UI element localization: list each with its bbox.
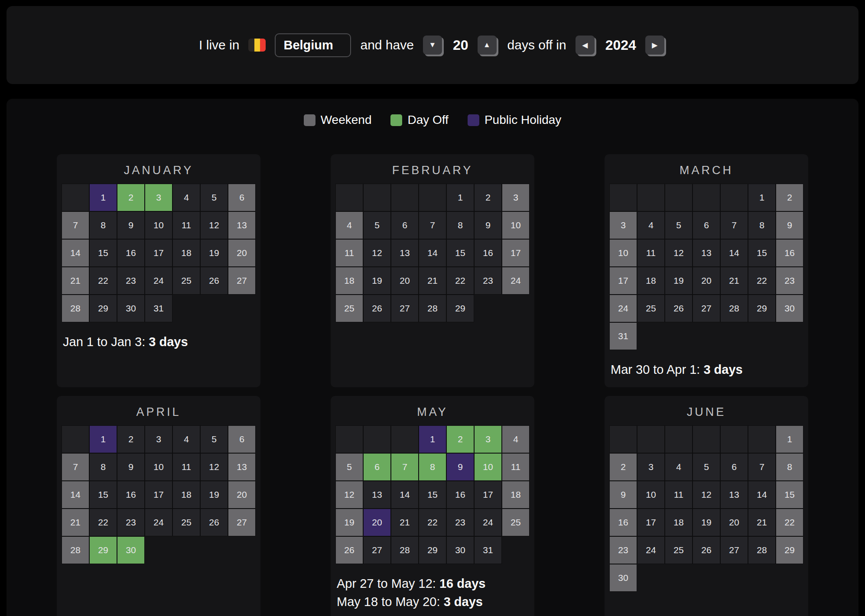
day-cell-january-12[interactable]: 12 (200, 211, 228, 239)
day-cell-january-28[interactable]: 28 (62, 295, 89, 322)
day-cell-june-14[interactable]: 14 (748, 481, 776, 509)
day-cell-april-5[interactable]: 5 (200, 425, 228, 453)
day-cell-february-15[interactable]: 15 (446, 239, 474, 267)
day-cell-january-24[interactable]: 24 (145, 267, 172, 295)
day-cell-june-2[interactable]: 2 (609, 453, 637, 481)
day-cell-january-15[interactable]: 15 (89, 239, 117, 267)
day-cell-may-25[interactable]: 25 (502, 509, 530, 536)
day-cell-january-7[interactable]: 7 (62, 211, 89, 239)
prev-year-button[interactable]: ◀ (576, 36, 595, 55)
day-cell-january-4[interactable]: 4 (172, 184, 200, 211)
day-cell-january-9[interactable]: 9 (117, 211, 145, 239)
day-cell-march-25[interactable]: 25 (637, 295, 665, 322)
day-cell-june-9[interactable]: 9 (609, 481, 637, 509)
day-cell-april-26[interactable]: 26 (200, 509, 228, 536)
day-cell-june-17[interactable]: 17 (637, 509, 665, 536)
day-cell-march-26[interactable]: 26 (665, 295, 693, 322)
day-cell-march-6[interactable]: 6 (693, 211, 720, 239)
day-cell-january-3[interactable]: 3 (145, 184, 172, 211)
day-cell-may-1[interactable]: 1 (419, 425, 446, 453)
day-cell-january-2[interactable]: 2 (117, 184, 145, 211)
day-cell-june-10[interactable]: 10 (637, 481, 665, 509)
day-cell-february-17[interactable]: 17 (502, 239, 530, 267)
day-cell-may-30[interactable]: 30 (446, 536, 474, 564)
day-cell-april-4[interactable]: 4 (172, 425, 200, 453)
day-cell-february-1[interactable]: 1 (446, 184, 474, 211)
day-cell-june-13[interactable]: 13 (720, 481, 748, 509)
day-cell-january-11[interactable]: 11 (172, 211, 200, 239)
day-cell-february-19[interactable]: 19 (363, 267, 391, 295)
day-cell-may-12[interactable]: 12 (335, 481, 363, 509)
day-cell-june-25[interactable]: 25 (665, 536, 693, 564)
day-cell-april-12[interactable]: 12 (200, 453, 228, 481)
day-cell-april-1[interactable]: 1 (89, 425, 117, 453)
day-cell-june-30[interactable]: 30 (609, 564, 637, 592)
day-cell-march-19[interactable]: 19 (665, 267, 693, 295)
day-cell-april-10[interactable]: 10 (145, 453, 172, 481)
day-cell-april-15[interactable]: 15 (89, 481, 117, 509)
day-cell-february-16[interactable]: 16 (474, 239, 502, 267)
day-cell-february-4[interactable]: 4 (335, 211, 363, 239)
day-cell-february-27[interactable]: 27 (391, 295, 419, 322)
day-cell-march-16[interactable]: 16 (776, 239, 803, 267)
day-cell-january-26[interactable]: 26 (200, 267, 228, 295)
day-cell-june-24[interactable]: 24 (637, 536, 665, 564)
day-cell-march-13[interactable]: 13 (693, 239, 720, 267)
day-cell-march-17[interactable]: 17 (609, 267, 637, 295)
day-cell-may-19[interactable]: 19 (335, 509, 363, 536)
day-cell-february-2[interactable]: 2 (474, 184, 502, 211)
day-cell-january-30[interactable]: 30 (117, 295, 145, 322)
day-cell-june-11[interactable]: 11 (665, 481, 693, 509)
day-cell-june-16[interactable]: 16 (609, 509, 637, 536)
day-cell-june-29[interactable]: 29 (776, 536, 803, 564)
day-cell-may-26[interactable]: 26 (335, 536, 363, 564)
day-cell-february-13[interactable]: 13 (391, 239, 419, 267)
day-cell-february-26[interactable]: 26 (363, 295, 391, 322)
day-cell-february-12[interactable]: 12 (363, 239, 391, 267)
day-cell-january-27[interactable]: 27 (228, 267, 256, 295)
day-cell-january-23[interactable]: 23 (117, 267, 145, 295)
day-cell-march-3[interactable]: 3 (609, 211, 637, 239)
day-cell-january-5[interactable]: 5 (200, 184, 228, 211)
day-cell-may-21[interactable]: 21 (391, 509, 419, 536)
day-cell-june-6[interactable]: 6 (720, 453, 748, 481)
day-cell-march-11[interactable]: 11 (637, 239, 665, 267)
decrease-days-button[interactable]: ▼ (423, 36, 442, 55)
day-cell-june-27[interactable]: 27 (720, 536, 748, 564)
day-cell-february-23[interactable]: 23 (474, 267, 502, 295)
day-cell-march-15[interactable]: 15 (748, 239, 776, 267)
day-cell-may-8[interactable]: 8 (419, 453, 446, 481)
day-cell-march-30[interactable]: 30 (776, 295, 803, 322)
day-cell-march-9[interactable]: 9 (776, 211, 803, 239)
day-cell-april-27[interactable]: 27 (228, 509, 256, 536)
day-cell-february-7[interactable]: 7 (419, 211, 446, 239)
day-cell-january-25[interactable]: 25 (172, 267, 200, 295)
day-cell-may-24[interactable]: 24 (474, 509, 502, 536)
day-cell-april-22[interactable]: 22 (89, 509, 117, 536)
day-cell-february-20[interactable]: 20 (391, 267, 419, 295)
day-cell-may-17[interactable]: 17 (474, 481, 502, 509)
day-cell-may-6[interactable]: 6 (363, 453, 391, 481)
day-cell-march-1[interactable]: 1 (748, 184, 776, 211)
day-cell-april-19[interactable]: 19 (200, 481, 228, 509)
day-cell-june-7[interactable]: 7 (748, 453, 776, 481)
day-cell-may-28[interactable]: 28 (391, 536, 419, 564)
next-year-button[interactable]: ▶ (645, 36, 664, 55)
day-cell-march-29[interactable]: 29 (748, 295, 776, 322)
day-cell-march-2[interactable]: 2 (776, 184, 803, 211)
day-cell-april-24[interactable]: 24 (145, 509, 172, 536)
day-cell-may-20[interactable]: 20 (363, 509, 391, 536)
day-cell-may-18[interactable]: 18 (502, 481, 530, 509)
day-cell-january-31[interactable]: 31 (145, 295, 172, 322)
day-cell-march-8[interactable]: 8 (748, 211, 776, 239)
day-cell-january-20[interactable]: 20 (228, 239, 256, 267)
day-cell-may-3[interactable]: 3 (474, 425, 502, 453)
day-cell-april-8[interactable]: 8 (89, 453, 117, 481)
day-cell-april-18[interactable]: 18 (172, 481, 200, 509)
day-cell-april-25[interactable]: 25 (172, 509, 200, 536)
day-cell-april-17[interactable]: 17 (145, 481, 172, 509)
day-cell-january-29[interactable]: 29 (89, 295, 117, 322)
day-cell-june-1[interactable]: 1 (776, 425, 803, 453)
day-cell-may-2[interactable]: 2 (446, 425, 474, 453)
day-cell-february-24[interactable]: 24 (502, 267, 530, 295)
